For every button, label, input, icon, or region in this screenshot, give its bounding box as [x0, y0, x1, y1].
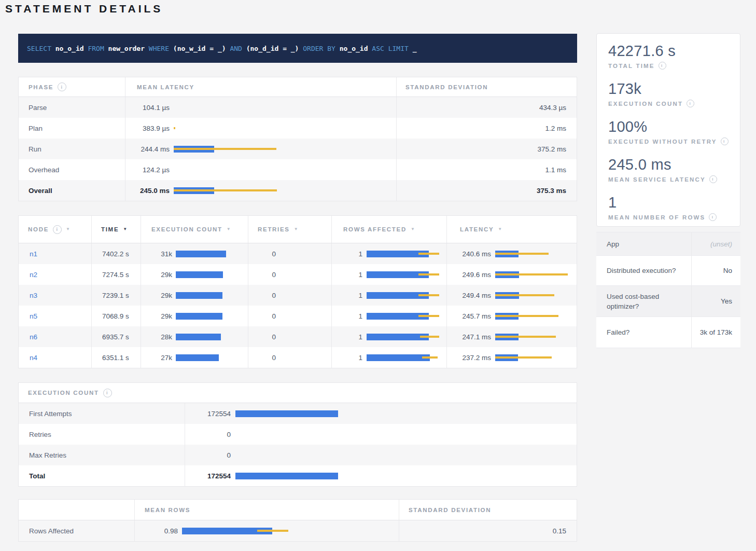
sort-desc-icon[interactable]: ▼: [123, 227, 128, 231]
sort-desc-icon[interactable]: ▼: [66, 227, 71, 231]
node-link[interactable]: n4: [30, 354, 37, 362]
mean-latency-header-label: MEAN LATENCY: [137, 84, 194, 90]
execution-count-bar: [176, 354, 247, 361]
time-value: 6935.7 s: [91, 326, 141, 347]
stat-value: 100%: [608, 118, 740, 135]
sql-statement-box: SELECT no_o_id FROM new_order WHERE (no_…: [18, 34, 577, 63]
info-icon[interactable]: i: [709, 213, 717, 221]
attribute-label: Distributed execution?: [596, 256, 691, 285]
table-row: Overhead 124.2 µs 1.1 ms: [19, 159, 577, 180]
execution-count-bar: [176, 292, 247, 299]
phase-table: PHASE i MEAN LATENCY STANDARD DEVIATION …: [18, 77, 577, 201]
time-header-label: TIME: [101, 226, 119, 232]
table-row: App (unset): [596, 232, 740, 256]
latency-header-label: LATENCY: [460, 226, 494, 232]
mean-rows-bar: [182, 528, 397, 534]
sql-token: (no_w_id = _): [173, 45, 226, 52]
node-link[interactable]: n1: [30, 250, 37, 258]
exec-row-value: 0: [185, 451, 231, 459]
latency-column-header[interactable]: LATENCY ▼: [446, 216, 577, 243]
node-link[interactable]: n6: [30, 333, 37, 341]
retries-value: 0: [248, 292, 276, 299]
stat-value: 245.0 ms: [608, 156, 740, 173]
execution-count-title: EXECUTION COUNT: [28, 390, 99, 396]
stat-value: 1: [608, 194, 740, 211]
table-row: n6 6935.7 s 28k 0 1 247.1 ms: [19, 326, 577, 347]
rows-affected-header-label: ROWS AFFECTED: [343, 226, 407, 232]
execution-count-column-header[interactable]: EXECUTION COUNT ▼: [141, 216, 248, 243]
rows-affected-bar: [367, 334, 444, 340]
phase-label: Parse: [29, 104, 47, 112]
info-icon[interactable]: i: [721, 137, 729, 145]
table-row: Failed? 3k of 173k: [596, 317, 740, 348]
attribute-value: (unset): [691, 232, 740, 255]
time-column-header[interactable]: TIME ▼: [91, 216, 141, 243]
rows-affected-row-label: Rows Affected: [29, 527, 74, 535]
sql-token: SELECT: [27, 45, 51, 52]
execution-count-table: EXECUTION COUNT i First Attempts 172554 …: [18, 382, 577, 487]
count-bar: [235, 431, 559, 438]
phase-label: Run: [29, 145, 41, 153]
summary-stats-card: 42271.6 s TOTAL TIME i 173k EXECUTION CO…: [596, 33, 740, 227]
attribute-label: App: [596, 232, 691, 255]
sort-desc-icon[interactable]: ▼: [498, 227, 503, 231]
sql-token: LIMIT: [388, 45, 409, 52]
node-header-label: NODE: [28, 226, 49, 232]
std-deviation-value: 375.3 ms: [396, 180, 577, 201]
latency-value: 237.2 ms: [447, 354, 491, 362]
page-title: STATEMENT DETAILS: [5, 3, 163, 15]
phase-label: Plan: [29, 125, 43, 132]
table-row: n5 7068.9 s 29k 0 1 245.7 ms: [19, 306, 577, 326]
statement-attributes-table: App (unset) Distributed execution? No Us…: [596, 232, 740, 348]
exec-row-label: First Attempts: [29, 410, 72, 418]
node-column-header[interactable]: NODE i ▼: [19, 216, 91, 243]
node-link[interactable]: n2: [30, 271, 37, 279]
std-deviation-value: 1.1 ms: [396, 159, 577, 180]
table-row: Distributed execution? No: [596, 256, 740, 286]
table-row: Run 244.4 ms 375.2 ms: [19, 139, 577, 159]
latency-bar: [495, 292, 576, 299]
stat-label: EXECUTION COUNT: [608, 101, 683, 107]
info-icon[interactable]: i: [103, 389, 112, 397]
table-row: Total 172554: [19, 465, 577, 486]
retries-value: 0: [248, 354, 276, 362]
std-deviation-header-label: STANDARD DEVIATION: [405, 84, 488, 90]
info-icon[interactable]: i: [58, 82, 66, 91]
execution-count-value: 28k: [141, 333, 172, 341]
count-bar: [235, 452, 559, 459]
info-icon[interactable]: i: [53, 225, 62, 234]
attribute-value: 3k of 173k: [691, 317, 740, 348]
sort-desc-icon[interactable]: ▼: [411, 227, 416, 231]
node-link[interactable]: n3: [30, 292, 37, 299]
node-link[interactable]: n5: [30, 312, 37, 320]
rows-affected-value: 1: [332, 250, 362, 258]
table-row: n1 7402.2 s 31k 0 1 240.6 ms: [19, 243, 577, 264]
exec-row-label: Total: [29, 472, 45, 480]
std-deviation-header-label: STANDARD DEVIATION: [409, 507, 491, 513]
sql-query-text: SELECT no_o_id FROM new_order WHERE (no_…: [27, 45, 416, 52]
table-row: Retries 0: [19, 424, 577, 445]
latency-bar: [174, 187, 290, 194]
exec-row-value: 172554: [185, 410, 231, 418]
sort-desc-icon[interactable]: ▼: [294, 227, 299, 231]
latency-bar: [174, 125, 290, 132]
mean-latency-column-header: MEAN LATENCY: [125, 77, 396, 97]
info-icon[interactable]: i: [709, 175, 717, 183]
rows-affected-column-header[interactable]: ROWS AFFECTED ▼: [331, 216, 446, 243]
time-value: 7068.9 s: [91, 306, 141, 326]
sort-desc-icon[interactable]: ▼: [227, 227, 232, 231]
execution-count-value: 27k: [141, 354, 172, 362]
phase-label: Overhead: [29, 166, 59, 174]
time-value: 7239.1 s: [91, 285, 141, 306]
info-icon[interactable]: i: [687, 100, 694, 107]
table-row: n2 7274.5 s 29k 0 1 249.6 ms: [19, 264, 577, 285]
info-icon[interactable]: i: [659, 62, 666, 70]
std-deviation-value: 375.2 ms: [396, 139, 577, 159]
stat-total-time: 42271.6 s TOTAL TIME i: [608, 43, 740, 70]
attribute-label: Failed?: [596, 317, 691, 348]
latency-bar: [495, 354, 576, 361]
latency-bar: [495, 334, 576, 340]
sql-token: FROM: [88, 45, 104, 52]
sql-token: ORDER BY: [303, 45, 335, 52]
retries-column-header[interactable]: RETRIES ▼: [248, 216, 331, 243]
